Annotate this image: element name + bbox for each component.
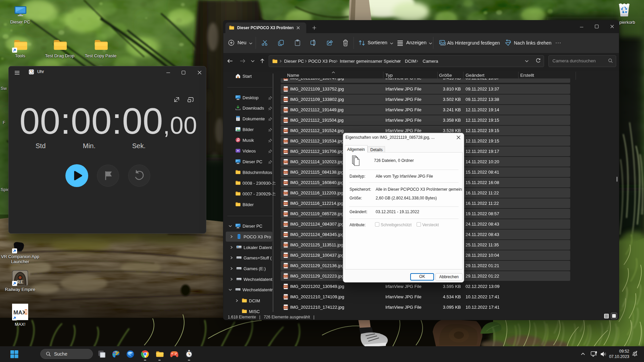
svg-text:JPG: JPG xyxy=(283,99,287,101)
svg-text:JPG: JPG xyxy=(283,171,287,173)
svg-text:JPG: JPG xyxy=(283,150,287,153)
svg-text:JPG: JPG xyxy=(283,130,287,132)
svg-text:JPG: JPG xyxy=(283,109,287,111)
svg-text:MAX: MAX xyxy=(13,309,26,316)
svg-text:JPG: JPG xyxy=(283,182,287,184)
svg-text:JPG: JPG xyxy=(283,254,287,256)
svg-text:JPG: JPG xyxy=(283,296,287,298)
svg-text:RE: RE xyxy=(17,280,23,285)
svg-text:JPG: JPG xyxy=(283,234,287,236)
svg-text:JPG: JPG xyxy=(283,244,287,246)
svg-text:JPG: JPG xyxy=(283,286,287,288)
svg-text:JPG: JPG xyxy=(283,223,287,225)
svg-text:JPG: JPG xyxy=(283,265,287,267)
svg-text:JPG: JPG xyxy=(283,202,287,204)
svg-text:JPG: JPG xyxy=(283,213,287,215)
svg-text:JPG: JPG xyxy=(283,88,287,90)
svg-text:JPG: JPG xyxy=(283,275,287,277)
svg-text:JPG: JPG xyxy=(283,192,287,194)
svg-text:JPG: JPG xyxy=(283,161,287,163)
svg-text:JPG: JPG xyxy=(283,119,287,121)
svg-text:JPG: JPG xyxy=(283,140,287,142)
svg-text:JPG: JPG xyxy=(283,306,287,308)
